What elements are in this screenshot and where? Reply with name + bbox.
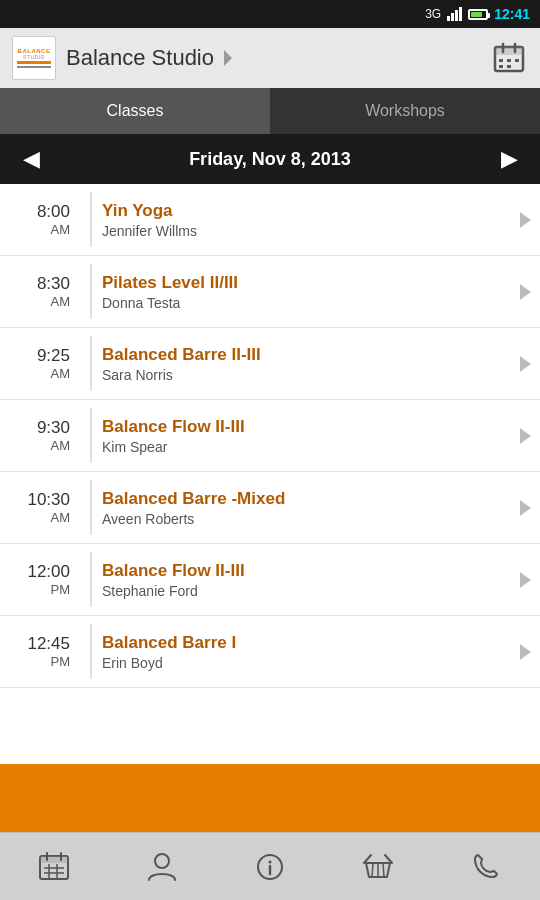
- class-info: Balanced Barre I Erin Boyd: [102, 633, 510, 671]
- class-time: 8:00 AM: [0, 202, 80, 237]
- class-divider: [90, 480, 92, 535]
- class-list-item[interactable]: 10:30 AM Balanced Barre -Mixed Aveen Rob…: [0, 472, 540, 544]
- class-time: 9:25 AM: [0, 346, 80, 381]
- class-chevron-icon: [510, 428, 540, 444]
- class-list-item[interactable]: 8:00 AM Yin Yoga Jennifer Willms: [0, 184, 540, 256]
- class-chevron-icon: [510, 356, 540, 372]
- svg-rect-7: [499, 65, 503, 68]
- class-info: Balance Flow II-III Stephanie Ford: [102, 561, 510, 599]
- class-divider: [90, 264, 92, 319]
- tab-workshops[interactable]: Workshops: [270, 88, 540, 134]
- class-instructor: Erin Boyd: [102, 655, 510, 671]
- class-list-item[interactable]: 8:30 AM Pilates Level II/III Donna Testa: [0, 256, 540, 328]
- phone-icon: [473, 853, 499, 881]
- orange-spacer: [0, 764, 540, 832]
- class-list-item[interactable]: 9:30 AM Balance Flow II-III Kim Spear: [0, 400, 540, 472]
- class-time: 10:30 AM: [0, 490, 80, 525]
- svg-rect-10: [40, 856, 68, 863]
- svg-point-17: [155, 854, 169, 868]
- schedule-icon: [39, 852, 69, 882]
- tab-bar: Classes Workshops: [0, 88, 540, 134]
- class-name: Pilates Level II/III: [102, 273, 510, 293]
- class-name: Balanced Barre -Mixed: [102, 489, 510, 509]
- class-divider: [90, 624, 92, 679]
- svg-point-19: [269, 860, 272, 863]
- class-list-item[interactable]: 12:45 PM Balanced Barre I Erin Boyd: [0, 616, 540, 688]
- svg-rect-1: [495, 47, 523, 55]
- class-time: 9:30 AM: [0, 418, 80, 453]
- class-info: Balanced Barre -Mixed Aveen Roberts: [102, 489, 510, 527]
- class-info: Pilates Level II/III Donna Testa: [102, 273, 510, 311]
- person-icon: [148, 852, 176, 882]
- svg-rect-6: [515, 59, 519, 62]
- class-divider: [90, 408, 92, 463]
- class-name: Balanced Barre II-III: [102, 345, 510, 365]
- class-chevron-icon: [510, 500, 540, 516]
- date-navigation: ◀ Friday, Nov 8, 2013 ▶: [0, 134, 540, 184]
- class-divider: [90, 192, 92, 247]
- nav-info[interactable]: [245, 853, 295, 881]
- class-instructor: Jennifer Willms: [102, 223, 510, 239]
- calendar-button[interactable]: [490, 39, 528, 77]
- class-chevron-icon: [510, 284, 540, 300]
- calendar-icon: [493, 42, 525, 74]
- class-list: 8:00 AM Yin Yoga Jennifer Willms 8:30 AM…: [0, 184, 540, 764]
- svg-line-23: [383, 863, 384, 877]
- class-chevron-icon: [510, 572, 540, 588]
- class-info: Yin Yoga Jennifer Willms: [102, 201, 510, 239]
- class-info: Balanced Barre II-III Sara Norris: [102, 345, 510, 383]
- svg-rect-5: [507, 59, 511, 62]
- class-divider: [90, 552, 92, 607]
- class-time: 12:00 PM: [0, 562, 80, 597]
- current-date: Friday, Nov 8, 2013: [189, 149, 351, 170]
- svg-rect-8: [507, 65, 511, 68]
- class-instructor: Donna Testa: [102, 295, 510, 311]
- class-name: Yin Yoga: [102, 201, 510, 221]
- header: BALANCE STUDIO Balance Studio: [0, 28, 540, 88]
- prev-date-button[interactable]: ◀: [16, 146, 46, 172]
- class-chevron-icon: [510, 644, 540, 660]
- nav-basket[interactable]: [353, 853, 403, 881]
- status-time: 12:41: [494, 6, 530, 22]
- class-name: Balance Flow II-III: [102, 561, 510, 581]
- tab-classes[interactable]: Classes: [0, 88, 270, 134]
- nav-phone[interactable]: [461, 853, 511, 881]
- class-time: 12:45 PM: [0, 634, 80, 669]
- class-chevron-icon: [510, 212, 540, 228]
- class-instructor: Stephanie Ford: [102, 583, 510, 599]
- class-list-item[interactable]: 12:00 PM Balance Flow II-III Stephanie F…: [0, 544, 540, 616]
- class-instructor: Kim Spear: [102, 439, 510, 455]
- header-right: [490, 39, 528, 77]
- svg-rect-4: [499, 59, 503, 62]
- class-list-item[interactable]: 9:25 AM Balanced Barre II-III Sara Norri…: [0, 328, 540, 400]
- status-bar: 3G 12:41: [0, 0, 540, 28]
- class-instructor: Sara Norris: [102, 367, 510, 383]
- class-name: Balance Flow II-III: [102, 417, 510, 437]
- nav-schedule[interactable]: [29, 852, 79, 882]
- bottom-navigation: [0, 832, 540, 900]
- class-info: Balance Flow II-III Kim Spear: [102, 417, 510, 455]
- class-instructor: Aveen Roberts: [102, 511, 510, 527]
- app-title: Balance Studio: [66, 45, 214, 71]
- nav-profile[interactable]: [137, 852, 187, 882]
- basket-icon: [363, 853, 393, 881]
- class-divider: [90, 336, 92, 391]
- svg-line-21: [372, 863, 373, 877]
- next-date-button[interactable]: ▶: [494, 146, 524, 172]
- network-indicator: 3G: [425, 7, 441, 21]
- class-time: 8:30 AM: [0, 274, 80, 309]
- header-left: BALANCE STUDIO Balance Studio: [12, 36, 232, 80]
- class-name: Balanced Barre I: [102, 633, 510, 653]
- info-icon: [256, 853, 284, 881]
- app-logo: BALANCE STUDIO: [12, 36, 56, 80]
- header-dropdown-icon: [224, 50, 232, 66]
